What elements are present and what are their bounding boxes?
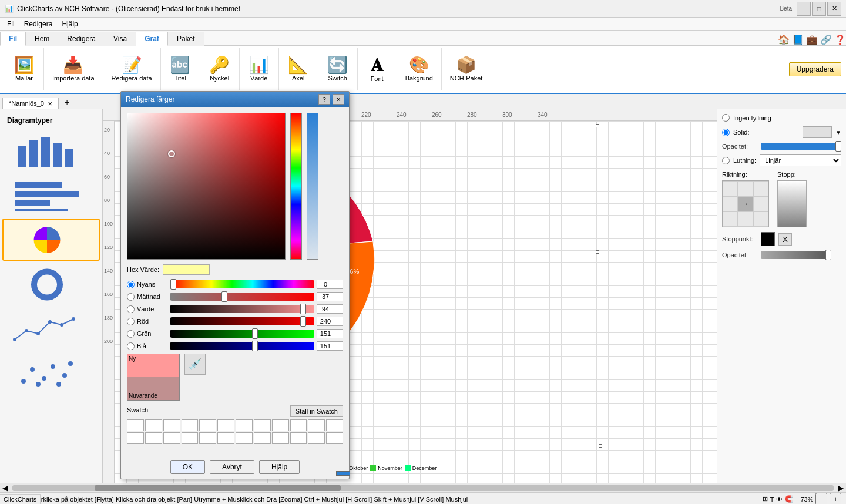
minimize-button[interactable]: ─: [797, 2, 811, 16]
mattnad-input[interactable]: [317, 292, 343, 301]
resize-handle-1[interactable]: [596, 124, 599, 127]
radio-bla[interactable]: [127, 342, 135, 350]
tab-hem[interactable]: Hem: [26, 32, 58, 46]
scroll-left-btn[interactable]: ◀: [0, 484, 10, 492]
swatch-cell-5[interactable]: [199, 419, 216, 431]
swatch-cell-9[interactable]: [272, 419, 289, 431]
sidebar-item-donut[interactable]: [2, 263, 100, 305]
bla-input[interactable]: [317, 341, 343, 351]
swatch-cell-6[interactable]: [217, 419, 234, 431]
dialog-help-btn[interactable]: ?: [318, 94, 330, 105]
rod-slider[interactable]: [170, 317, 314, 325]
color-gradient-box[interactable]: [127, 113, 286, 260]
swatch-cell-22[interactable]: [290, 432, 307, 444]
bakgrund-button[interactable]: 🎨 Bakgrund: [402, 56, 437, 83]
tab-redigera[interactable]: Redigera: [58, 32, 105, 46]
doc-tab-close[interactable]: ✕: [48, 100, 52, 107]
ok-button[interactable]: OK: [170, 460, 205, 474]
tab-paket[interactable]: Paket: [168, 32, 204, 46]
tab-fil[interactable]: Fil: [0, 32, 26, 46]
menu-fil[interactable]: Fil: [2, 19, 19, 29]
radio-rod[interactable]: [127, 318, 135, 325]
share-icon[interactable]: 🔗: [820, 34, 832, 45]
nyckel-button[interactable]: 🔑 Nyckel: [205, 56, 234, 83]
varde-input[interactable]: [317, 304, 343, 314]
doc-tab-namlos[interactable]: *Namnlös_0 ✕: [2, 98, 59, 109]
fill-radio-none[interactable]: [722, 114, 730, 122]
resize-handle-4[interactable]: [599, 444, 602, 448]
importera-button[interactable]: 📥 Importera data: [49, 56, 98, 83]
radio-mattnad[interactable]: [127, 293, 135, 301]
solid-color-preview[interactable]: [803, 126, 832, 138]
swatch-cell-19[interactable]: [236, 432, 253, 444]
mallar-button[interactable]: 🖼️ Mallar: [9, 56, 39, 83]
resize-handle-2[interactable]: [596, 250, 599, 254]
swatch-cell-23[interactable]: [308, 432, 325, 444]
swatch-cell-8[interactable]: [254, 419, 271, 431]
tab-graf[interactable]: Graf: [136, 32, 168, 46]
radio-varde[interactable]: [127, 305, 135, 313]
dir-cell-br[interactable]: [753, 211, 768, 227]
swatch-cell-12[interactable]: [326, 419, 343, 431]
sidebar-item-line[interactable]: [2, 308, 100, 350]
swatch-cell-17[interactable]: [199, 432, 216, 444]
dir-cell-bc[interactable]: [738, 211, 753, 227]
scroll-right-btn[interactable]: ▶: [836, 484, 846, 492]
titel-button[interactable]: 🔤 Titel: [166, 56, 195, 83]
swatch-cell-24[interactable]: [326, 432, 343, 444]
zoom-icon-fit[interactable]: ⊞: [763, 495, 768, 503]
redigera-data-button[interactable]: 📝 Redigera data: [108, 56, 156, 83]
cancel-button[interactable]: Avbryt: [210, 460, 254, 474]
hue-bar[interactable]: [290, 113, 302, 260]
nch-button[interactable]: 📦 NCH-Paket: [446, 56, 486, 83]
sidebar-item-pie[interactable]: [2, 219, 100, 261]
dir-cell-mr[interactable]: [753, 196, 768, 211]
swatch-cell-1[interactable]: [127, 419, 144, 431]
font-button[interactable]: 𝐀 Font: [362, 55, 392, 83]
radio-gron[interactable]: [127, 330, 135, 338]
swatch-cell-14[interactable]: [145, 432, 162, 444]
menu-redigera[interactable]: Redigera: [19, 19, 58, 29]
varde-slider[interactable]: [170, 305, 314, 313]
radio-nyans[interactable]: [127, 281, 135, 288]
zoom-icon-text[interactable]: T: [770, 496, 774, 503]
facebook-icon[interactable]: 📘: [792, 34, 804, 45]
zoom-in-btn[interactable]: +: [830, 493, 841, 504]
sidebar-item-scatter[interactable]: [2, 352, 100, 395]
gron-input[interactable]: [317, 329, 343, 338]
stop-swatch[interactable]: [761, 232, 775, 246]
zoom-icon-magnet[interactable]: 🧲: [785, 495, 793, 503]
swatch-cell-16[interactable]: [182, 432, 199, 444]
dir-cell-tl[interactable]: [723, 181, 738, 196]
direction-grid[interactable]: →: [722, 180, 769, 227]
stop-delete-button[interactable]: X: [778, 233, 792, 246]
nyans-input[interactable]: [317, 280, 343, 289]
dir-cell-tr[interactable]: [753, 181, 768, 196]
tab-new-button[interactable]: +: [60, 96, 74, 109]
gradient-type-select[interactable]: Linjär Radial: [760, 154, 841, 166]
dir-cell-ml[interactable]: [723, 196, 738, 211]
switch-button[interactable]: 🔄 Switch: [323, 56, 352, 83]
close-button[interactable]: ✕: [827, 2, 841, 16]
opacity-slider[interactable]: [761, 143, 841, 150]
swatch-cell-2[interactable]: [145, 419, 162, 431]
hscrollbar[interactable]: ◀ ▶: [0, 483, 846, 492]
swatch-cell-4[interactable]: [182, 419, 199, 431]
solid-dropdown-arrow[interactable]: ▼: [835, 129, 841, 136]
maximize-button[interactable]: □: [812, 2, 826, 16]
hex-input[interactable]: f09797: [163, 264, 210, 275]
nyans-slider[interactable]: [170, 280, 314, 288]
tab-visa[interactable]: Visa: [105, 32, 136, 46]
dir-cell-tc[interactable]: [738, 181, 753, 196]
swatch-cell-7[interactable]: [236, 419, 253, 431]
axel-button[interactable]: 📐 Axel: [284, 56, 313, 83]
home-icon[interactable]: 🏠: [778, 34, 790, 45]
dialog-close-btn[interactable]: ✕: [333, 94, 344, 105]
menu-hjalp[interactable]: Hjälp: [57, 19, 82, 29]
swatch-cell-18[interactable]: [217, 432, 234, 444]
alpha-bar[interactable]: [307, 113, 318, 260]
upgrade-button[interactable]: Uppgradera: [789, 62, 841, 76]
swatch-cell-21[interactable]: [272, 432, 289, 444]
help-button[interactable]: Hjälp: [259, 460, 300, 474]
swatch-cell-13[interactable]: [127, 432, 144, 444]
